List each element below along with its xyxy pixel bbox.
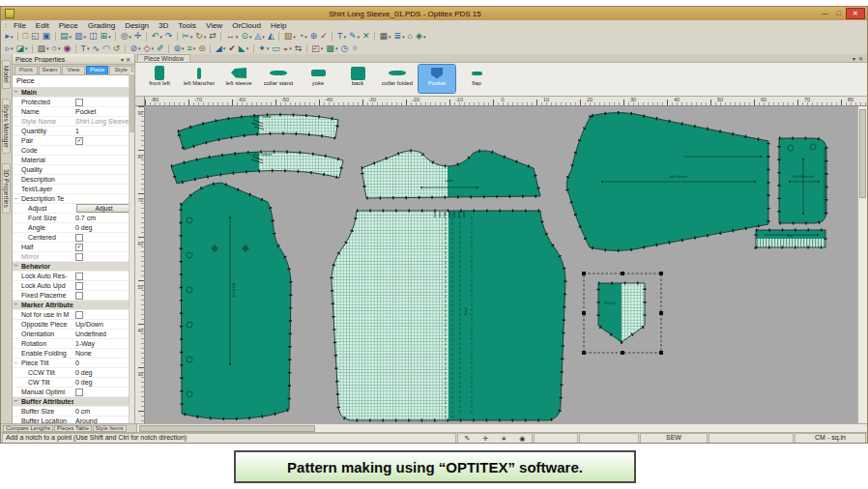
checkbox[interactable]: ✓ — [75, 137, 83, 145]
checkbox[interactable] — [75, 292, 83, 300]
collapse-icon[interactable]: − — [13, 360, 19, 366]
piece-left-sleeve[interactable]: left sleeve — [566, 113, 768, 251]
piece-yoke[interactable]: yoke — [362, 151, 540, 198]
property-value[interactable]: 0.7 cm — [73, 214, 134, 222]
dropdown-arrow-icon[interactable]: ▾ — [236, 34, 239, 40]
property-value[interactable]: Undefined — [73, 330, 134, 338]
dropdown-arrow-icon[interactable]: ▾ — [335, 45, 338, 51]
hatch-icon[interactable]: ▩▾ — [325, 43, 339, 54]
property-value[interactable]: Up/Down — [73, 320, 134, 329]
add-notch-icon[interactable]: ◬▾ — [253, 31, 266, 42]
check-icon[interactable]: ✓ — [319, 31, 330, 42]
dropdown-arrow-icon[interactable]: ▾ — [70, 34, 72, 40]
property-row-material[interactable]: Material — [13, 156, 134, 165]
piece-thumb-front-left[interactable]: front left — [141, 65, 178, 93]
redo-icon[interactable]: ↷ — [163, 31, 174, 42]
property-value[interactable]: Shirt Long Sleeve — [73, 117, 134, 126]
dropdown-arrow-icon[interactable]: ▾ — [204, 34, 207, 40]
dropdown-arrow-icon[interactable]: ▾ — [304, 34, 307, 40]
cut-piece-icon[interactable]: ✂▾ — [181, 31, 194, 42]
property-row-lock-auto-res-[interactable]: Lock Auto Res- — [13, 272, 134, 281]
menu-edit[interactable]: Edit — [31, 21, 54, 30]
property-row-adjust[interactable]: AdjustAdjust — [13, 204, 134, 214]
collapse-icon[interactable]: − — [13, 89, 19, 96]
piece-thumb-flap[interactable]: flap — [458, 65, 495, 93]
properties-tab-piece[interactable]: Piece — [86, 66, 109, 74]
property-value[interactable]: 0 deg — [73, 378, 134, 387]
dropdown-arrow-icon[interactable]: ▾ — [46, 45, 49, 51]
new-file-icon[interactable]: □ — [21, 31, 29, 42]
checkbox[interactable] — [75, 253, 83, 261]
rotate-ccw-icon[interactable]: ↺ — [111, 43, 122, 54]
property-row-protected[interactable]: Protected — [13, 98, 134, 107]
dropdown-arrow-icon[interactable]: ▾ — [389, 34, 391, 40]
piece-thumb-left-sleeve[interactable]: left sleeve — [220, 65, 257, 93]
checkbox[interactable] — [75, 388, 83, 396]
checkbox[interactable] — [75, 99, 83, 106]
layers-icon[interactable]: ≣▾ — [392, 31, 406, 42]
star-tool-icon[interactable]: ✦▾ — [257, 43, 271, 54]
property-row-description-te[interactable]: −Description Te — [13, 194, 134, 204]
dropdown-arrow-icon[interactable]: ▾ — [289, 45, 292, 51]
property-row-style-name[interactable]: Style NameShirt Long Sleeve — [13, 117, 134, 127]
property-row-ccw-tilt[interactable]: CCW Tilt0 deg — [13, 368, 134, 378]
property-row-name[interactable]: NamePocket — [13, 107, 134, 117]
piece-thumb-yoke[interactable]: yoke — [300, 65, 336, 93]
grade-icon[interactable]: ◔▾ — [297, 31, 308, 42]
align-icon[interactable]: ≡▾ — [186, 43, 197, 54]
property-value[interactable]: 0 deg — [73, 368, 134, 377]
property-row-manual-optimi[interactable]: Manual Optimi — [13, 388, 134, 397]
property-value[interactable]: 0 deg — [73, 223, 134, 232]
dock-tab-styles-manager[interactable]: Styles Manager — [2, 99, 11, 154]
checkbox[interactable]: ✓ — [75, 244, 83, 251]
property-row-description[interactable]: Description — [13, 175, 134, 185]
delete-icon[interactable]: ✕ — [361, 31, 371, 42]
dropdown-arrow-icon[interactable]: ▾ — [190, 34, 193, 40]
shade-icon[interactable]: ◒▾ — [281, 43, 293, 54]
property-value[interactable]: 1-Way — [73, 339, 134, 348]
collapse-icon[interactable]: − — [13, 398, 19, 405]
slope-icon[interactable]: ◣▾ — [237, 43, 249, 54]
apply-icon[interactable]: ✔ — [227, 43, 238, 54]
dropdown-arrow-icon[interactable]: ▾ — [267, 45, 270, 51]
seam-icon[interactable]: ▧▾ — [282, 31, 297, 42]
mirror-icon[interactable]: ⊘▾ — [129, 43, 142, 54]
property-row-enable-folding[interactable]: Enable FoldingNone — [13, 349, 134, 359]
dropdown-arrow-icon[interactable]: ▾ — [84, 34, 87, 40]
checkbox[interactable] — [75, 311, 83, 319]
zoom-icon[interactable]: ◎▾ — [119, 31, 132, 42]
arc-tool-icon[interactable]: ◠ — [101, 43, 111, 54]
text-icon[interactable]: T▾ — [79, 43, 91, 54]
property-value[interactable]: 0 — [73, 359, 134, 367]
home-icon[interactable]: ⌂ — [406, 31, 414, 42]
menu-help[interactable]: Help — [266, 21, 291, 30]
property-row-font-size[interactable]: Font Size0.7 cm — [13, 214, 134, 223]
close-panel-icon[interactable]: ✕ — [125, 56, 131, 63]
menu-piece[interactable]: Piece — [54, 21, 83, 30]
property-row-opposite-piece[interactable]: Opposite PieceUp/Down — [13, 320, 134, 330]
menu-3d[interactable]: 3D — [154, 21, 173, 30]
cross-snap-icon[interactable]: ✛ — [482, 435, 488, 443]
piece-thumb-left-manchet[interactable]: left Manchet — [181, 65, 217, 93]
spark-icon[interactable]: ✧ — [350, 43, 361, 54]
fold-icon[interactable]: ▨▾ — [36, 43, 50, 54]
walk-pieces-icon[interactable]: ⊛ — [308, 31, 319, 42]
properties-tab-seam[interactable]: Seam — [39, 66, 62, 74]
dropdown-arrow-icon[interactable]: ▾ — [138, 45, 141, 51]
distribute-icon[interactable]: ⊜ — [197, 43, 208, 54]
close-button[interactable]: ✕ — [846, 8, 865, 19]
swap-icon[interactable]: ⇆ — [293, 43, 304, 54]
pan-icon[interactable]: ✛ — [133, 31, 144, 42]
plot-icon[interactable]: ▥▾ — [73, 31, 88, 42]
property-row-not-for-use-in-m[interactable]: Not for use in M — [13, 310, 134, 320]
dropdown-arrow-icon[interactable]: ▾ — [130, 34, 132, 40]
property-row-buffer-location[interactable]: Buffer LocationAround — [13, 417, 134, 423]
clock-icon[interactable]: ◷ — [339, 43, 350, 54]
property-row-quantity[interactable]: Quantity1 — [13, 127, 134, 136]
bottom-tab-style-items[interactable]: Style Items — [93, 425, 127, 432]
dropdown-arrow-icon[interactable]: ▾ — [25, 45, 28, 51]
piece-thumb-back[interactable]: back — [339, 65, 376, 93]
menu-design[interactable]: Design — [120, 21, 154, 30]
piece-back[interactable]: back — [332, 211, 565, 420]
property-row-text-layer[interactable]: Text/Layer — [13, 185, 134, 194]
